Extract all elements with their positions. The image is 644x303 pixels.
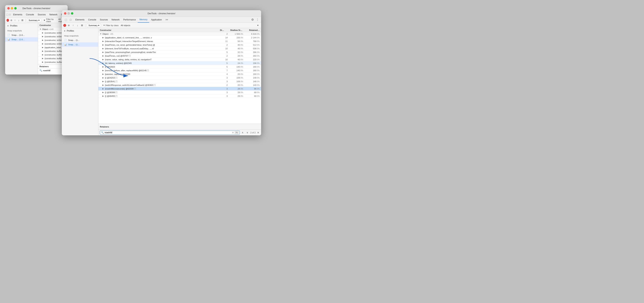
match-case-icon-2[interactable]: Aa	[235, 131, 238, 134]
snapshot-icon-2-2: 📊	[64, 43, 67, 46]
sidebar-settings-icon-1: ≡	[7, 24, 8, 27]
table-row-2-2[interactable]: ▶ {interactionTarget, interactionTargetE…	[98, 39, 261, 43]
sidebar-settings-icon-2: ≡	[64, 29, 65, 32]
snapshot-icon-2-1: 📄	[64, 39, 67, 41]
search-icon-1: 🔍	[40, 69, 42, 72]
col-retained-2: Retained…	[242, 29, 260, 31]
minimize-button-2[interactable]	[68, 12, 70, 14]
table-row-2-6[interactable]: ▶ {loadTimes, csi} @49707 □ 2 28 0% 260 …	[98, 54, 261, 58]
sidebar-profiles-2[interactable]: ≡ Profiles	[62, 28, 98, 34]
search-count-2: 2 of 2	[250, 131, 256, 134]
table-body-2[interactable]: ▼ Object ×45 2 1 556 0% 6 616 0% ▶ {appl…	[98, 32, 261, 124]
titlebar-1: DevTools - chrome://version/	[5, 5, 68, 12]
record-button-2[interactable]	[63, 24, 66, 27]
main-panel-2: Constructor Di… Shallow Si… Retained… ▼ …	[98, 28, 261, 135]
table-row-2-13[interactable]: ▶ {} @53541 □ 3 108 0% 148 0%	[98, 80, 261, 83]
snapshot-item-2-2[interactable]: 📊 Snap… (1...	[62, 42, 98, 47]
search-input-2[interactable]	[104, 131, 231, 134]
gear-icon-2[interactable]: ⚙	[250, 18, 255, 21]
table-row-2-14[interactable]: ▶ {webUIResponse, webUIListenerCallback}…	[98, 83, 261, 87]
filter-button-2[interactable]: ▼ Filter by class	[102, 24, 120, 27]
more-icon-2[interactable]: ⋮	[255, 18, 260, 21]
clear-search-icon-2[interactable]: ✕	[232, 131, 234, 134]
table-row-2-1[interactable]: ▶ {application_label, cl, command_line, …	[98, 36, 261, 39]
table-row-2-16[interactable]: ▶ {} @38399 □ 3 28 0% 68 0%	[98, 91, 261, 94]
sidebar-2: ≡ Profiles Heap snapshots 📄 Snap… (1... …	[62, 28, 98, 135]
window-1: DevTools - chrome://version/ ⬚ □ Element…	[5, 5, 68, 74]
upload-button-2[interactable]: ↑	[71, 23, 75, 27]
clear-button-2[interactable]: ⊞	[80, 23, 84, 27]
search-icon-2: 🔍	[101, 131, 104, 134]
expand-arr-1-1: ▶	[42, 32, 44, 34]
inspect-icon-1[interactable]: ⬚	[6, 13, 8, 16]
tab-network-1[interactable]: Network	[48, 12, 59, 17]
summary-dropdown-1[interactable]: Summary ▾	[27, 18, 41, 22]
device-icon-2[interactable]: □	[68, 17, 73, 22]
minimize-button-1[interactable]	[11, 7, 13, 9]
search-bar-2: 🔍 ✕ Aa ∧ ∨ 2 of 2 ✕	[98, 129, 261, 135]
tab-sources-2[interactable]: Sources	[98, 17, 110, 23]
traffic-lights-2	[64, 12, 73, 14]
tab-console-2[interactable]: Console	[86, 17, 98, 23]
table-row-2-5[interactable]: ▶ {startTime, processingStart, processin…	[98, 50, 261, 54]
more-options-2[interactable]: ▾	[256, 23, 260, 27]
sidebar-profiles-1[interactable]: ≡ Profiles	[5, 23, 38, 28]
table-row-2-8[interactable]: ▶ {id, latency, entries} @62345 5 24 0% …	[98, 61, 261, 65]
tab-performance-2[interactable]: Performance	[122, 17, 138, 23]
stop-button-2[interactable]: ⊘	[67, 23, 70, 27]
summary-dropdown-2[interactable]: Summary ▾	[87, 23, 101, 27]
table-row-2-11[interactable]: ▶ {passive, capture} @62293 4 20 0% 160 …	[98, 72, 261, 76]
tab-elements-2[interactable]: Elements	[74, 17, 86, 23]
upload-button-1[interactable]: ↑	[14, 18, 16, 22]
titlebar-2: DevTools - chrome://version/	[62, 10, 261, 17]
tab-elements-1[interactable]: Elements	[11, 12, 24, 17]
search-prev-btn-2[interactable]: ∧	[241, 131, 244, 134]
table-row-2-9[interactable]: ▶ {} @42663 5 140 0% 180 0%	[98, 65, 261, 69]
snapshot-item-2-1[interactable]: 📄 Snap… (1...	[62, 38, 98, 42]
table-row-2-17[interactable]: ▶ {} @46455 □ 3 28 0% 68 0%	[98, 94, 261, 98]
snapshot-icon-1-1: 📄	[7, 34, 10, 36]
table-row-2-10[interactable]: ▶ {remove, before, after, replaceWith} @…	[98, 69, 261, 72]
table-row-2-4[interactable]: ▶ {element, timeToFirstByte, resourceLoa…	[98, 47, 261, 50]
col-shallow-2: Shallow Si…	[224, 29, 242, 31]
snapshot-item-1-1[interactable]: 📄 Snap… (1.6…	[5, 33, 38, 37]
window-title-1: DevTools - chrome://version/	[22, 7, 50, 10]
tab-application-2[interactable]: Application	[149, 17, 164, 23]
download-button-1[interactable]: ↓	[17, 18, 20, 22]
clear-button-1[interactable]: ⊞	[21, 18, 24, 22]
tab-more-2[interactable]: >>	[164, 17, 170, 23]
retainers-label-2: Retainers	[100, 126, 109, 128]
table-row-2-3[interactable]: ▶ {loadTimes, csi, send, getVariableValu…	[98, 43, 261, 47]
record-button-1[interactable]	[6, 19, 9, 22]
object-header-row-2[interactable]: ▼ Object ×45 2 1 556 0% 6 616 0%	[98, 32, 261, 36]
table-row-2-7[interactable]: ▶ {name, value, rating, delta, entries, …	[98, 58, 261, 61]
expand-arrow-1: ▼	[40, 28, 42, 30]
tab-console-1[interactable]: Console	[24, 12, 36, 17]
snapshot-item-1-2[interactable]: 📊 Snap… (1.6…	[5, 37, 38, 42]
maximize-button-1[interactable]	[14, 7, 17, 9]
traffic-lights-1	[7, 7, 17, 9]
close-button-2[interactable]	[64, 12, 66, 14]
tab-network-2[interactable]: Network	[110, 17, 122, 23]
search-input-container-2[interactable]: 🔍 ✕ Aa	[100, 131, 240, 135]
toolbar-2: ⊘ ↑ ↓ ⊞ Summary ▾ ▼ Filter by class All …	[62, 23, 261, 28]
device-icon-1[interactable]: □	[9, 13, 10, 16]
toolbar-1: ⊘ ↑ ↓ ⊞ Summary ▾ ▼ Filter by class All …	[5, 17, 68, 23]
tab-memory-2[interactable]: Memory	[138, 17, 149, 23]
maximize-button-2[interactable]	[71, 12, 73, 14]
download-button-2[interactable]: ↓	[76, 23, 79, 27]
devtools-tabs-1: ⬚ □ Elements Console Sources Network Per…	[5, 12, 68, 17]
close-button-1[interactable]	[7, 7, 10, 9]
all-objects-label-2: All objects	[121, 24, 130, 26]
close-search-btn-2[interactable]: ✕	[257, 131, 260, 134]
stop-button-1[interactable]: ⊘	[10, 18, 12, 22]
window-title-2: DevTools - chrome://version/	[148, 12, 175, 15]
filter-button-1[interactable]: ▼ Filter by class	[42, 18, 58, 23]
table-row-2-15[interactable]: ▶ {nowInMicroseconds} @62039 □ 3 28 0% 9…	[98, 87, 261, 91]
tab-sources-1[interactable]: Sources	[36, 12, 48, 17]
search-next-btn-2[interactable]: ∨	[246, 131, 249, 134]
inspect-icon-2[interactable]: ⬚	[64, 17, 68, 22]
table-row-2-12[interactable]: ▶ {} @34253 □ 3 108 0% 148 0%	[98, 76, 261, 80]
devtools-body-1: ≡ Profiles Heap snapshots 📄 Snap… (1.6… …	[5, 23, 68, 74]
col-name-2: Constructor	[100, 29, 218, 31]
